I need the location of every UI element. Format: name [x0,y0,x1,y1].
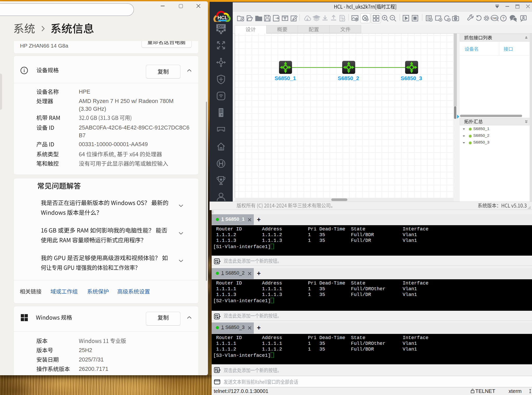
svg-text:CMD: CMD [491,17,498,20]
svg-text:?: ? [502,16,504,20]
svg-text:DIY: DIY [218,24,224,29]
svg-text:HCL: HCL [217,15,228,20]
